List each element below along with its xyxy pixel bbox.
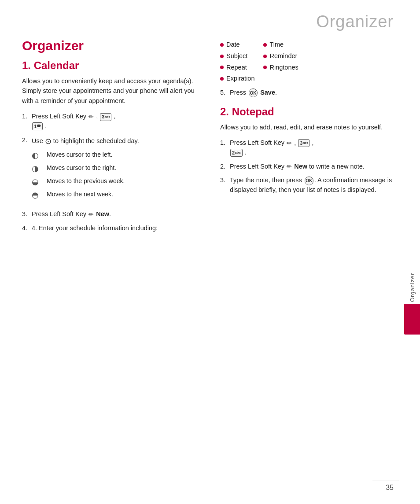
bullet-reminder-label: Reminder xyxy=(269,52,297,61)
right-column: Date Subject Repeat Expiration xyxy=(220,38,396,238)
calendar-step-2: 2. Use ⊙ to highlight the scheduled day.… xyxy=(22,136,207,205)
bullet-time-label: Time xyxy=(269,40,284,50)
bullet-date: Date xyxy=(220,40,254,50)
left-column: Organizer 1. Calendar Allows you to conv… xyxy=(22,38,207,238)
notepad-step-2-new-label: New xyxy=(294,163,307,170)
notepad-step-3: 3. Type the note, then press OK. A confi… xyxy=(220,176,396,195)
notepad-softkey-icon-2: ✏ xyxy=(287,162,292,171)
nav-down-icon: ◓ xyxy=(32,189,44,201)
page-header-title: Organizer xyxy=(0,0,420,36)
bullet-dot-subject xyxy=(220,55,224,58)
bullet-dot-reminder xyxy=(263,55,267,58)
softkey-icon-3: ✏ xyxy=(88,210,94,219)
calendar-step-4: 4. 4. Enter your schedule information in… xyxy=(22,224,207,233)
nav-right-text: Moves cursor to the right. xyxy=(47,163,116,172)
nav-item-next-week: ◓ Moves to the next week. xyxy=(32,190,207,201)
step-5-number: 5. xyxy=(220,88,230,98)
nav-circle-icon: ⊙ xyxy=(45,137,52,146)
bullet-time: Time xyxy=(263,40,298,50)
step-5-save-label: Save xyxy=(260,89,275,96)
step-1-number: 1. xyxy=(22,112,32,121)
bullet-dot-time xyxy=(263,43,267,47)
step-4-number: 4. xyxy=(22,224,32,233)
notepad-step-1-content: Press Left Soft Key ✏ , 3def , 2abc . xyxy=(230,138,396,158)
calendar-step-1: 1. Press Left Soft Key ✏ , 3def , 1☎ . xyxy=(22,112,207,131)
step-4-content: 4. Enter your schedule information inclu… xyxy=(32,224,207,233)
bullet-dot-ringtones xyxy=(263,66,267,69)
notepad-step-2-number: 2. xyxy=(220,162,230,172)
calendar-step-3: 3. Press Left Soft Key ✏ New. xyxy=(22,210,207,219)
nav-item-right: ◑ Moves cursor to the right. xyxy=(32,163,207,174)
nav-item-left: ◐ Moves cursor to the left. xyxy=(32,150,207,161)
side-tab-bar xyxy=(404,304,420,335)
step-1-content: Press Left Soft Key ✏ , 3def , 1☎ . xyxy=(32,112,207,131)
bullet-ringtones-label: Ringtones xyxy=(269,63,298,73)
notepad-step-1-number: 1. xyxy=(220,138,230,148)
nav-left-text: Moves cursor to the left. xyxy=(47,150,112,159)
nav-prev-week-text: Moves to the previous week. xyxy=(47,177,125,185)
bullet-date-label: Date xyxy=(226,40,240,50)
notepad-step-3-number: 3. xyxy=(220,176,230,185)
bullet-expiration: Expiration xyxy=(220,74,254,84)
side-tab: Organizer xyxy=(404,273,420,335)
bullet-repeat: Repeat xyxy=(220,63,254,73)
step-3-number: 3. xyxy=(22,210,32,219)
bullet-repeat-label: Repeat xyxy=(226,63,247,73)
notepad-step-2-content: Press Left Soft Key ✏ New to write a new… xyxy=(230,162,396,172)
nav-next-week-text: Moves to the next week. xyxy=(47,190,113,199)
calendar-description: Allows you to conveniently keep and acce… xyxy=(22,76,207,106)
notepad-step-3-content: Type the note, then press OK. A confirma… xyxy=(230,176,396,195)
bullet-dot-expiration xyxy=(220,77,224,81)
side-tab-label: Organizer xyxy=(409,273,416,302)
bullet-list: Date Subject Repeat Expiration xyxy=(220,40,396,84)
step-5-content: Press OK Save. xyxy=(230,88,396,98)
bottom-divider xyxy=(372,481,399,481)
bullet-col-1: Date Subject Repeat Expiration xyxy=(220,40,254,84)
bullet-col-2: Time Reminder Ringtones xyxy=(263,40,298,84)
key-3def: 3def xyxy=(100,113,111,121)
bullet-subject-label: Subject xyxy=(226,52,247,61)
notepad-section-title: 2. Notepad xyxy=(220,106,396,118)
notepad-ok-icon: OK xyxy=(305,177,313,185)
step-3-new-label: New xyxy=(96,210,109,217)
schedule-info-bullets: Date Subject Repeat Expiration xyxy=(220,40,396,98)
nav-item-prev-week: ◒ Moves to the previous week. xyxy=(32,177,207,188)
calendar-step-5: 5. Press OK Save. xyxy=(220,88,396,98)
notepad-step-1: 1. Press Left Soft Key ✏ , 3def , 2abc . xyxy=(220,138,396,158)
nav-direction-list: ◐ Moves cursor to the left. ◑ Moves curs… xyxy=(32,150,207,201)
notepad-description: Allows you to add, read, edit, and erase… xyxy=(220,122,396,132)
nav-right-icon: ◑ xyxy=(32,163,44,174)
step-2-number: 2. xyxy=(22,136,32,145)
nav-up-icon: ◒ xyxy=(32,176,44,188)
key-1: 1☎ xyxy=(32,122,43,130)
bullet-reminder: Reminder xyxy=(263,52,298,61)
notepad-softkey-icon-1: ✏ xyxy=(287,139,292,148)
page-number: 35 xyxy=(386,484,394,492)
softkey-icon-1: ✏ xyxy=(88,112,94,121)
notepad-step-2: 2. Press Left Soft Key ✏ New to write a … xyxy=(220,162,396,172)
calendar-section-title: 1. Calendar xyxy=(22,59,207,72)
organizer-main-title: Organizer xyxy=(22,38,207,53)
ok-button-icon: OK xyxy=(249,88,258,97)
notepad-key-2abc: 2abc xyxy=(230,149,243,157)
nav-left-icon: ◐ xyxy=(32,150,44,161)
bullet-expiration-label: Expiration xyxy=(226,74,254,84)
step-2-content: Use ⊙ to highlight the scheduled day. ◐ … xyxy=(32,136,207,205)
bullet-dot-repeat xyxy=(220,66,224,69)
notepad-key-3def: 3def xyxy=(298,139,309,147)
step-3-content: Press Left Soft Key ✏ New. xyxy=(32,210,207,219)
bullet-ringtones: Ringtones xyxy=(263,63,298,73)
bullet-subject: Subject xyxy=(220,52,254,61)
bullet-dot-date xyxy=(220,43,224,47)
